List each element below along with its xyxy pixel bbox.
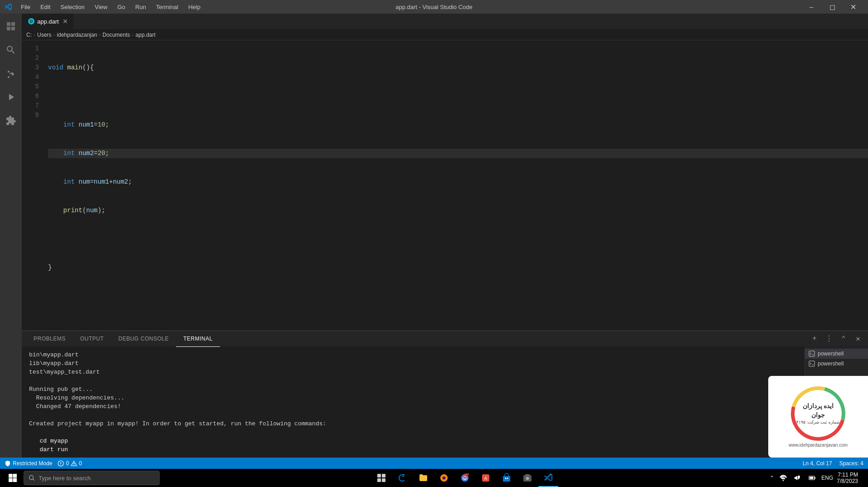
window-controls: ‒ ◻ ✕ (801, 0, 863, 14)
taskbar-search[interactable]: Type here to search (24, 471, 160, 485)
menu-go[interactable]: Go (116, 3, 127, 11)
battery-indicator-icon (809, 474, 816, 482)
term-line-9: Created project myapp in myapp! In order… (29, 419, 797, 428)
svg-point-19 (505, 478, 506, 479)
activity-explorer[interactable] (0, 15, 22, 37)
code-line-7 (48, 234, 868, 244)
watermark-circle: ایده پردازان جوان شماره ثبت شرکت: ۴۱۹۵ (781, 376, 855, 451)
volume-icon[interactable] (792, 472, 803, 483)
task-view-icon (377, 473, 386, 482)
activity-run[interactable] (0, 86, 22, 108)
tab-close-button[interactable]: ✕ (62, 18, 69, 25)
activity-search[interactable] (0, 39, 22, 61)
panel-tabs: PROBLEMS OUTPUT DEBUG CONSOLE TERMINAL +… (22, 331, 868, 347)
terminal-instance-1[interactable]: powershell (805, 349, 868, 359)
maximize-panel-button[interactable]: ⌃ (838, 333, 849, 344)
breadcrumb-part-3[interactable]: Documents (102, 32, 130, 38)
menu-view[interactable]: View (93, 3, 109, 11)
breadcrumb-part-1[interactable]: Users (37, 32, 51, 38)
task-view-button[interactable] (371, 469, 391, 487)
taskbar-search-icon (29, 475, 35, 481)
language-indicator[interactable]: ENG (821, 475, 833, 481)
svg-rect-24 (525, 474, 530, 476)
shield-icon (5, 460, 11, 467)
firefox-icon (439, 473, 449, 483)
breadcrumb-part-4[interactable]: app.dart (136, 32, 156, 38)
error-count: 0 (66, 460, 69, 467)
activity-source-control[interactable] (0, 63, 22, 84)
errors-indicator[interactable]: 0 0 (58, 460, 82, 467)
menu-file[interactable]: File (19, 3, 32, 11)
svg-rect-0 (809, 351, 814, 356)
status-bar: Restricted Mode 0 0 Ln 4, Col 17 Spaces:… (0, 458, 868, 469)
speaker-icon (794, 474, 801, 482)
activity-bar (0, 14, 22, 476)
breadcrumb-part-2[interactable]: idehpardazanjan (57, 32, 97, 38)
restore-button[interactable]: ◻ (822, 0, 843, 14)
watermark-text: ایده پردازان جوان شماره ثبت شرکت: ۴۱۹۵ (796, 402, 840, 425)
taskbar-store[interactable] (497, 469, 517, 487)
taskbar-chrome[interactable] (455, 469, 475, 487)
tab-terminal[interactable]: TERMINAL (176, 331, 220, 347)
minimize-button[interactable]: ‒ (801, 0, 822, 14)
photos-icon (522, 473, 532, 483)
term-line-3: test\myapp_test.dart (29, 368, 797, 376)
term-line-5: Running pub get... (29, 385, 797, 394)
split-terminal-button[interactable]: ⋮ (824, 333, 834, 344)
clock[interactable]: 7:11 PM 7/8/2023 (837, 472, 858, 484)
tab-debug-console[interactable]: DEBUG CONSOLE (111, 331, 176, 347)
panel-tabs-left: PROBLEMS OUTPUT DEBUG CONSOLE TERMINAL (26, 331, 220, 347)
battery-icon[interactable] (807, 472, 818, 483)
menu-selection[interactable]: Selection (59, 3, 86, 11)
taskbar-vscode[interactable] (538, 469, 558, 487)
tab-app-dart[interactable]: D app.dart ✕ (22, 14, 74, 29)
tab-problems[interactable]: PROBLEMS (26, 331, 73, 347)
taskbar-edge[interactable] (392, 469, 412, 487)
cursor-position[interactable]: Ln 4, Col 17 (803, 460, 832, 467)
taskbar-file-explorer[interactable] (413, 469, 433, 487)
svg-rect-7 (382, 474, 385, 477)
network-icon[interactable] (778, 472, 789, 483)
menu-help[interactable]: Help (186, 3, 202, 11)
menu-terminal[interactable]: Terminal (154, 3, 180, 11)
panel-controls: + ⋮ ⌃ ✕ (809, 333, 863, 344)
term-line-2: lib\myapp.dart (29, 359, 797, 368)
code-line-4: int num2=20; (48, 149, 868, 158)
indentation[interactable]: Spaces: 4 (839, 460, 863, 467)
taskbar-app1[interactable]: A (476, 469, 496, 487)
code-line-6: print(num); (48, 206, 868, 215)
menu-edit[interactable]: Edit (39, 3, 52, 11)
close-panel-button[interactable]: ✕ (853, 333, 863, 344)
terminal-instance-2[interactable]: powershell (805, 359, 868, 369)
taskbar-left: Type here to search (4, 469, 160, 487)
show-desktop-button[interactable] (862, 469, 864, 487)
code-content[interactable]: void main(){ int num1=10; int num2=20; i… (44, 44, 868, 327)
tray-chevron[interactable]: ⌃ (770, 475, 774, 481)
terminal-panel: PROBLEMS OUTPUT DEBUG CONSOLE TERMINAL +… (22, 331, 868, 476)
activity-extensions[interactable] (0, 110, 22, 131)
taskbar-firefox[interactable] (434, 469, 454, 487)
time-display: 7:11 PM (838, 472, 858, 478)
restricted-mode-label: Restricted Mode (13, 460, 52, 467)
taskbar-search-placeholder: Type here to search (39, 475, 91, 482)
status-left: Restricted Mode 0 0 (5, 460, 82, 467)
menu-run[interactable]: Run (133, 3, 148, 11)
indentation-label: Spaces: 4 (839, 460, 863, 467)
watermark-line1: ایده پردازان (796, 402, 840, 411)
breadcrumb-part-0[interactable]: C: (26, 32, 32, 38)
taskbar-photos[interactable] (517, 469, 537, 487)
store-icon (502, 473, 512, 483)
terminal-content[interactable]: bin\myapp.dart lib\myapp.dart test\myapp… (22, 347, 805, 476)
code-editor[interactable]: 1 2 3 4 5 6 7 8 void main(){ int num1=10… (22, 40, 868, 331)
term-line-12: dart run (29, 445, 797, 454)
close-button[interactable]: ✕ (843, 0, 863, 14)
start-button[interactable] (4, 469, 22, 487)
tab-output[interactable]: OUTPUT (73, 331, 111, 347)
window-title: app.dart - Visual Studio Code (395, 4, 473, 10)
new-terminal-button[interactable]: + (809, 333, 820, 344)
powershell-icon (809, 351, 815, 357)
chrome-icon (460, 473, 470, 483)
svg-point-5 (29, 476, 34, 480)
term-line-7: Changed 47 dependencies! (29, 402, 797, 411)
restricted-mode-indicator[interactable]: Restricted Mode (5, 460, 52, 467)
